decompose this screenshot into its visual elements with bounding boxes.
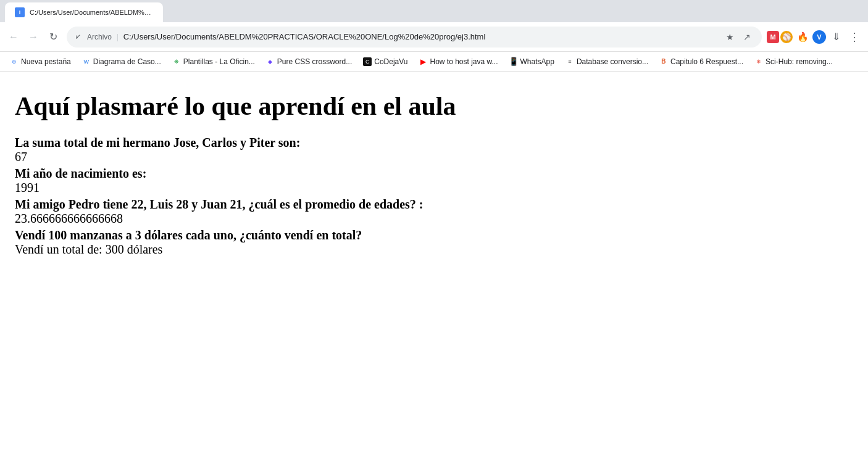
back-button[interactable]: ← xyxy=(5,28,22,46)
bookmark-codejavu-label: CoDejaVu xyxy=(374,57,407,66)
tab-title: C:/Users/User/Documents/ABELDM%20PRACTIC… xyxy=(30,9,153,16)
bookmarks-bar: ⊕ Nueva pestaña W Diagrama de Caso... ❋ … xyxy=(0,52,868,72)
bookmark-capitulo-label: Capitulo 6 Respuest... xyxy=(670,57,743,66)
bookmark-capitulo[interactable]: B Capitulo 6 Respuest... xyxy=(654,54,748,69)
diagrama-icon: W xyxy=(82,57,91,66)
section-1-label: La suma total de mi hermano Jose, Carlos… xyxy=(15,136,853,150)
active-tab[interactable]: i C:/Users/User/Documents/ABELDM%20PRACT… xyxy=(5,2,163,22)
security-icon: 🗸 xyxy=(74,32,82,42)
howto-icon: ▶ xyxy=(419,57,427,66)
bookmark-plantillas-label: Plantillas - La Oficin... xyxy=(183,57,255,66)
nav-bar: ← → ↻ 🗸 Archivo | C:/Users/User/Document… xyxy=(0,22,868,52)
bookmark-pure-css-label: Pure CSS crossword... xyxy=(277,57,352,66)
forward-button[interactable]: → xyxy=(25,28,42,46)
section-4-label: Vendí 100 manzanas a 3 dólares cada uno,… xyxy=(15,228,853,242)
scihub-icon: ❄ xyxy=(754,57,763,66)
share-button[interactable]: ↗ xyxy=(740,30,754,44)
codejavu-icon: C xyxy=(363,57,372,66)
address-text: C:/Users/User/Documents/ABELDM%20PRACTIC… xyxy=(123,32,717,41)
toolbar-icons: M ⚾ 🔥 V ⇓ ⋮ xyxy=(767,28,863,46)
profile-button[interactable]: V xyxy=(812,30,826,44)
section-2-label: Mi año de nacimiento es: xyxy=(15,167,853,181)
section-2: Mi año de nacimiento es: 1991 xyxy=(15,167,853,195)
bookmark-howto[interactable]: ▶ How to host java w... xyxy=(414,54,503,69)
section-4-value: Vendí un total de: 300 dólares xyxy=(15,242,853,257)
database-icon: ≡ xyxy=(565,57,574,66)
section-3-label: Mi amigo Pedro tiene 22, Luis 28 y Juan … xyxy=(15,197,853,212)
address-bar[interactable]: 🗸 Archivo | C:/Users/User/Documents/ABEL… xyxy=(67,27,762,48)
bookmark-plantillas[interactable]: ❋ Plantillas - La Oficin... xyxy=(167,54,260,69)
bookmark-scihub-label: Sci-Hub: removing... xyxy=(766,57,833,66)
whatsapp-icon: 📱 xyxy=(509,57,518,66)
tab-bar: i C:/Users/User/Documents/ABELDM%20PRACT… xyxy=(0,0,868,22)
archive-label: Archivo xyxy=(87,33,112,41)
bookmark-database[interactable]: ≡ Database conversio... xyxy=(561,54,653,69)
bookmark-diagrama-label: Diagrama de Caso... xyxy=(93,57,161,66)
bookmark-nueva-pestana[interactable]: ⊕ Nueva pestaña xyxy=(5,54,76,69)
section-2-value: 1991 xyxy=(15,181,853,195)
bookmark-diagrama[interactable]: W Diagrama de Caso... xyxy=(77,54,166,69)
reload-button[interactable]: ↻ xyxy=(44,28,62,46)
page-content: Aquí plasmaré lo que aprendí en el aula … xyxy=(0,72,868,451)
plantillas-icon: ❋ xyxy=(172,57,181,66)
menu-button[interactable]: ⋮ xyxy=(846,28,863,46)
bookmark-pure-css[interactable]: ◆ Pure CSS crossword... xyxy=(261,54,357,69)
pure-css-icon: ◆ xyxy=(266,57,275,66)
bookmark-howto-label: How to host java w... xyxy=(430,57,498,66)
bookmark-whatsapp-label: WhatsApp xyxy=(520,57,554,66)
section-3: Mi amigo Pedro tiene 22, Luis 28 y Juan … xyxy=(15,197,853,226)
address-icon-group: ★ ↗ xyxy=(722,30,754,44)
browser-window: i C:/Users/User/Documents/ABELDM%20PRACT… xyxy=(0,0,868,451)
bookmark-nueva-pestana-label: Nueva pestaña xyxy=(21,57,71,66)
nueva-pestana-icon: ⊕ xyxy=(10,57,19,66)
extensions-button[interactable]: M xyxy=(767,31,779,43)
bookmark-star-button[interactable]: ★ xyxy=(722,30,737,44)
section-4: Vendí 100 manzanas a 3 dólares cada uno,… xyxy=(15,228,853,257)
bookmark-scihub[interactable]: ❄ Sci-Hub: removing... xyxy=(749,54,838,69)
bookmark-codejavu[interactable]: C CoDejaVu xyxy=(358,54,412,69)
mario-icon-button[interactable]: ⚾ xyxy=(780,31,793,43)
fire-icon-button[interactable]: 🔥 xyxy=(794,28,811,46)
section-1: La suma total de mi hermano Jose, Carlos… xyxy=(15,136,853,164)
section-3-value: 23.666666666666668 xyxy=(15,212,853,226)
page-title: Aquí plasmaré lo que aprendí en el aula xyxy=(15,91,853,121)
tab-favicon: i xyxy=(15,7,25,17)
bookmark-database-label: Database conversio... xyxy=(577,57,648,66)
section-1-value: 67 xyxy=(15,150,853,164)
capitulo-icon: B xyxy=(659,57,668,66)
bookmark-whatsapp[interactable]: 📱 WhatsApp xyxy=(504,54,559,69)
address-separator: | xyxy=(117,32,119,42)
download-button[interactable]: ⇓ xyxy=(827,28,845,46)
